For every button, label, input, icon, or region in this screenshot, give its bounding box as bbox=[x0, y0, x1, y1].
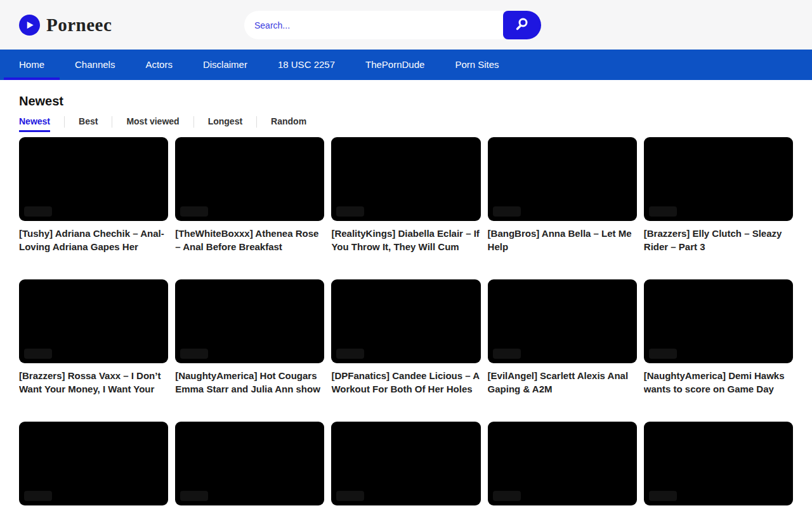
video-card[interactable]: [NaughtyAmerica] Hot Cougars Emma Starr … bbox=[175, 279, 324, 396]
duration-badge bbox=[336, 349, 364, 359]
duration-badge bbox=[180, 491, 208, 501]
video-title[interactable]: [BangBros] Anna Bella – Let Me Help bbox=[488, 227, 637, 253]
video-card[interactable] bbox=[175, 422, 324, 508]
video-thumbnail[interactable] bbox=[644, 279, 793, 363]
video-thumbnail[interactable] bbox=[19, 279, 168, 363]
search-input[interactable] bbox=[244, 11, 503, 39]
sort-tabs: Newest Best Most viewed Longest Random bbox=[19, 116, 793, 132]
duration-badge bbox=[24, 491, 52, 501]
duration-badge bbox=[493, 491, 521, 501]
video-title[interactable]: [Tushy] Adriana Chechik – Anal-Loving Ad… bbox=[19, 227, 168, 253]
duration-badge bbox=[649, 349, 677, 359]
video-card[interactable]: [Brazzers] Rossa Vaxx – I Don’t Want You… bbox=[19, 279, 168, 396]
video-thumbnail[interactable] bbox=[331, 137, 480, 221]
duration-badge bbox=[336, 491, 364, 501]
video-card[interactable] bbox=[19, 422, 168, 508]
video-title[interactable]: [NaughtyAmerica] Hot Cougars Emma Starr … bbox=[175, 369, 324, 396]
duration-badge bbox=[649, 491, 677, 501]
nav-item-disclaimer[interactable]: Disclaimer bbox=[188, 50, 263, 80]
page-title: Newest bbox=[19, 95, 793, 108]
video-title[interactable]: [EvilAngel] Scarlett Alexis Anal Gaping … bbox=[488, 369, 637, 396]
video-thumbnail[interactable] bbox=[175, 279, 324, 363]
nav-item-18-usc-2257[interactable]: 18 USC 2257 bbox=[263, 50, 350, 80]
video-thumbnail[interactable] bbox=[331, 279, 480, 363]
video-thumbnail[interactable] bbox=[644, 422, 793, 505]
nav-item-porn-sites[interactable]: Porn Sites bbox=[440, 50, 514, 80]
duration-badge bbox=[649, 206, 677, 217]
video-title[interactable]: [NaughtyAmerica] Demi Hawks wants to sco… bbox=[644, 369, 793, 396]
video-title[interactable]: [Brazzers] Rossa Vaxx – I Don’t Want You… bbox=[19, 369, 168, 396]
video-card[interactable]: [TheWhiteBoxxx] Athenea Rose – Anal Befo… bbox=[175, 137, 324, 253]
video-card[interactable] bbox=[331, 422, 480, 508]
duration-badge bbox=[180, 349, 208, 359]
duration-badge bbox=[180, 206, 208, 217]
video-thumbnail[interactable] bbox=[488, 422, 637, 505]
main-content: Newest Newest Best Most viewed Longest R… bbox=[0, 95, 812, 508]
tab-newest[interactable]: Newest bbox=[19, 116, 50, 132]
video-card[interactable]: [DPFanatics] Candee Licious – A Workout … bbox=[331, 279, 480, 396]
duration-badge bbox=[336, 206, 364, 217]
tab-divider bbox=[112, 116, 112, 128]
video-card[interactable] bbox=[644, 422, 793, 508]
tab-best[interactable]: Best bbox=[79, 116, 98, 132]
video-thumbnail[interactable] bbox=[488, 279, 637, 363]
video-card[interactable]: [RealityKings] Diabella Eclair – If You … bbox=[331, 137, 480, 253]
brand-logo[interactable]: Porneec bbox=[19, 0, 112, 50]
nav-item-theporndude[interactable]: ThePornDude bbox=[350, 50, 440, 80]
video-thumbnail[interactable] bbox=[644, 137, 793, 221]
video-card[interactable]: [NaughtyAmerica] Demi Hawks wants to sco… bbox=[644, 279, 793, 396]
tab-divider bbox=[193, 116, 194, 128]
video-thumbnail[interactable] bbox=[19, 137, 168, 221]
search-form bbox=[244, 11, 541, 39]
tab-longest[interactable]: Longest bbox=[208, 116, 242, 132]
video-title[interactable]: [RealityKings] Diabella Eclair – If You … bbox=[331, 227, 480, 253]
video-thumbnail[interactable] bbox=[19, 422, 168, 505]
duration-badge bbox=[493, 206, 521, 217]
video-thumbnail[interactable] bbox=[488, 137, 637, 221]
duration-badge bbox=[24, 206, 52, 217]
video-title[interactable]: [Brazzers] Elly Clutch – Sleazy Rider – … bbox=[644, 227, 793, 253]
video-card[interactable]: [Tushy] Adriana Chechik – Anal-Loving Ad… bbox=[19, 137, 168, 253]
tab-divider bbox=[256, 116, 257, 128]
video-thumbnail[interactable] bbox=[175, 422, 324, 505]
brand-name: Porneec bbox=[46, 15, 112, 36]
video-title[interactable]: [TheWhiteBoxxx] Athenea Rose – Anal Befo… bbox=[175, 227, 324, 253]
duration-badge bbox=[493, 349, 521, 359]
search-icon bbox=[514, 17, 530, 34]
video-grid: [Tushy] Adriana Chechik – Anal-Loving Ad… bbox=[19, 137, 793, 508]
nav-item-actors[interactable]: Actors bbox=[130, 50, 188, 80]
nav-item-home[interactable]: Home bbox=[4, 50, 60, 80]
tab-divider bbox=[64, 116, 65, 128]
video-card[interactable] bbox=[488, 422, 637, 508]
video-card[interactable]: [Brazzers] Elly Clutch – Sleazy Rider – … bbox=[644, 137, 793, 253]
video-thumbnail[interactable] bbox=[331, 422, 480, 505]
play-icon bbox=[19, 15, 40, 36]
site-header: Porneec bbox=[0, 0, 812, 50]
main-nav: Home Channels Actors Disclaimer 18 USC 2… bbox=[0, 50, 812, 80]
video-title[interactable]: [DPFanatics] Candee Licious – A Workout … bbox=[331, 369, 480, 396]
video-card[interactable]: [EvilAngel] Scarlett Alexis Anal Gaping … bbox=[488, 279, 637, 396]
tab-random[interactable]: Random bbox=[271, 116, 306, 132]
tab-most-viewed[interactable]: Most viewed bbox=[126, 116, 179, 132]
video-thumbnail[interactable] bbox=[175, 137, 324, 221]
nav-item-channels[interactable]: Channels bbox=[60, 50, 130, 80]
duration-badge bbox=[24, 349, 52, 359]
search-button[interactable] bbox=[503, 11, 541, 39]
video-card[interactable]: [BangBros] Anna Bella – Let Me Help bbox=[488, 137, 637, 253]
